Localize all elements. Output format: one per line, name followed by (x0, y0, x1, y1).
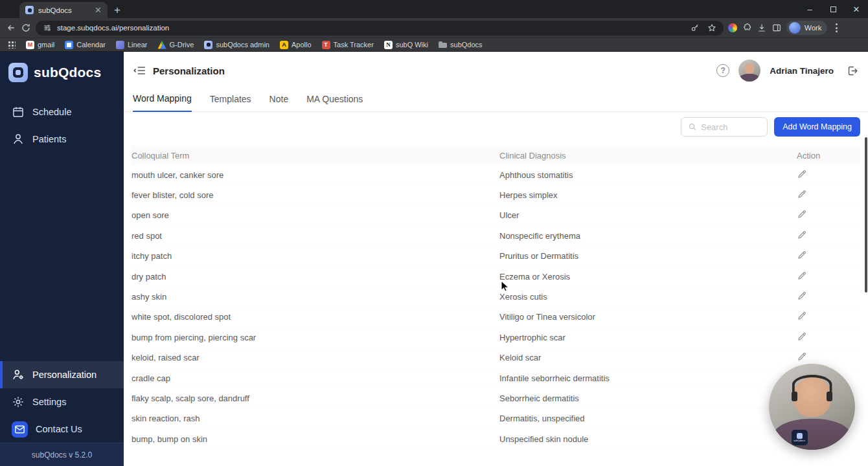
sidebar-nav-top: SchedulePatients (0, 98, 124, 153)
page-title: Personalization (153, 65, 225, 76)
user-avatar[interactable] (738, 60, 760, 82)
window-close-button[interactable]: ✕ (845, 0, 868, 18)
window-minimize-button[interactable]: – (798, 0, 821, 18)
browser-toolbar: stage.subqdocs.ai/personalization Work (0, 18, 868, 38)
gear-icon (12, 395, 25, 408)
address-bar[interactable]: stage.subqdocs.ai/personalization (36, 21, 724, 36)
tab-note[interactable]: Note (269, 94, 289, 111)
bookmark-label: subQdocs (450, 41, 483, 49)
browser-tab[interactable]: subQdocs ✕ (19, 2, 108, 18)
edit-button[interactable] (797, 250, 807, 262)
app-logo[interactable]: subQdocs (0, 57, 124, 88)
sidebar-nav-bottom: PersonalizationSettingsContact Us (0, 361, 124, 443)
extensions-puzzle-icon[interactable] (742, 23, 752, 33)
reload-icon[interactable] (21, 23, 31, 33)
app-window: subQdocs SchedulePatients Personalizatio… (0, 52, 868, 466)
sidebar-item-patients[interactable]: Patients (0, 126, 124, 153)
bookmark-apollo[interactable]: AApollo (280, 41, 312, 49)
browser-menu-icon[interactable] (832, 23, 841, 32)
personalization-icon (12, 368, 25, 381)
browser-chrome: subQdocs ✕ + – ✕ stage.subqdocs.ai/perso… (0, 0, 868, 52)
clinical-diagnosis: Hypertrophic scar (499, 333, 797, 342)
tab-templates[interactable]: Templates (210, 94, 251, 111)
tab-ma-questions[interactable]: MA Questions (306, 94, 363, 111)
sidebar-collapse-icon[interactable] (133, 63, 147, 78)
edit-button[interactable] (797, 230, 807, 242)
colloquial-term: skin reaction, rash (131, 414, 499, 423)
column-colloquial-term: Colloquial Term (131, 151, 499, 161)
side-panel-icon[interactable] (771, 23, 782, 33)
bookmark-subq-wiki[interactable]: NsubQ Wiki (384, 41, 428, 49)
screen: subQdocs ✕ + – ✕ stage.subqdocs.ai/perso… (0, 0, 868, 466)
search-box[interactable] (681, 117, 768, 137)
bookmark-label: Calendar (76, 41, 106, 49)
bookmark-star-icon[interactable] (707, 23, 716, 32)
search-input[interactable] (701, 122, 760, 132)
app-logo-text: subQdocs (34, 65, 101, 80)
mail-icon (12, 421, 28, 438)
pencil-icon (797, 169, 807, 181)
table-row: red spotNonspecific erythema (131, 226, 860, 246)
main-content: Personalization ? Adrian Tinajero Word M… (124, 52, 868, 466)
sidebar-item-personalization[interactable]: Personalization (0, 361, 124, 388)
colloquial-term: mouth ulcer, canker sore (131, 170, 499, 180)
edit-button[interactable] (797, 189, 807, 201)
add-word-mapping-button[interactable]: Add Word Mapping (774, 117, 860, 137)
colloquial-term: bump from piercing, piercing scar (131, 333, 499, 342)
scrollbar-thumb[interactable] (865, 137, 867, 293)
colloquial-term: keloid, raised scar (131, 353, 499, 362)
bookmark-subqdocs[interactable]: subQdocs (439, 41, 483, 49)
sidebar-item-settings[interactable]: Settings (0, 388, 124, 416)
edit-button[interactable] (797, 271, 807, 283)
new-tab-button[interactable]: + (114, 5, 120, 16)
sidebar-item-label: Settings (32, 397, 66, 407)
window-controls: – ✕ (798, 0, 868, 18)
browser-tab-title: subQdocs (38, 6, 90, 14)
sidebar-item-schedule[interactable]: Schedule (0, 98, 124, 126)
profile-chip[interactable]: Work (786, 21, 827, 35)
password-key-icon[interactable] (691, 23, 700, 32)
site-settings-icon[interactable] (43, 23, 52, 32)
table-row: keloid, raised scarKeloid scar (131, 348, 860, 368)
edit-button[interactable] (797, 311, 807, 323)
tab-close-icon[interactable]: ✕ (95, 6, 102, 14)
sidebar: subQdocs SchedulePatients Personalizatio… (0, 52, 124, 466)
webcam-bubble[interactable]: subQdocs (769, 364, 855, 450)
edit-button[interactable] (797, 331, 807, 344)
table-header: Colloquial Term Clinical Diagnosis Actio… (131, 146, 860, 165)
bookmark-label: Task Tracker (334, 41, 374, 49)
sidebar-item-contact-us[interactable]: Contact Us (0, 416, 124, 443)
help-button[interactable]: ? (716, 64, 729, 77)
colloquial-term: itchy patch (131, 251, 499, 261)
bookmark-calendar[interactable]: Calendar (65, 41, 106, 49)
window-maximize-button[interactable] (821, 0, 845, 18)
bookmark-label: Apollo (291, 41, 312, 49)
extension-colorful-icon[interactable] (728, 23, 737, 32)
edit-button[interactable] (797, 209, 807, 221)
colloquial-term: flaky scalp, scalp sore, dandruff (131, 394, 499, 403)
edit-button[interactable] (797, 169, 807, 181)
bookmark-linear[interactable]: Linear (116, 41, 148, 49)
bookmark-subqdocs-admin[interactable]: subQdocs admin (204, 41, 269, 49)
bookmark-gmail[interactable]: Mgmail (26, 41, 54, 49)
pencil-icon (797, 230, 807, 242)
tab-word-mapping[interactable]: Word Mapping (133, 93, 192, 112)
downloads-icon[interactable] (757, 23, 767, 33)
colloquial-term: fever blister, cold sore (131, 190, 499, 200)
colloquial-term: dry patch (131, 272, 499, 282)
logout-icon[interactable] (847, 65, 859, 77)
clinical-diagnosis: Aphthous stomatitis (499, 170, 797, 180)
back-icon[interactable] (6, 23, 16, 33)
apps-grid-icon[interactable] (8, 41, 16, 49)
drive-icon (158, 41, 166, 49)
pencil-icon (797, 311, 807, 323)
edit-button[interactable] (797, 351, 807, 364)
edit-button[interactable] (797, 291, 807, 303)
table-row: dry patchEczema or Xerosis (131, 267, 860, 287)
bookmark-g-drive[interactable]: G-Drive (158, 41, 194, 49)
pencil-icon (797, 331, 807, 344)
table-row: skin reaction, rashDermatitis, unspecifi… (131, 409, 860, 429)
main-header: Personalization ? Adrian Tinajero (124, 52, 868, 89)
subqdocs-admin-icon (204, 41, 212, 49)
bookmark-task-tracker[interactable]: TTask Tracker (322, 41, 374, 49)
